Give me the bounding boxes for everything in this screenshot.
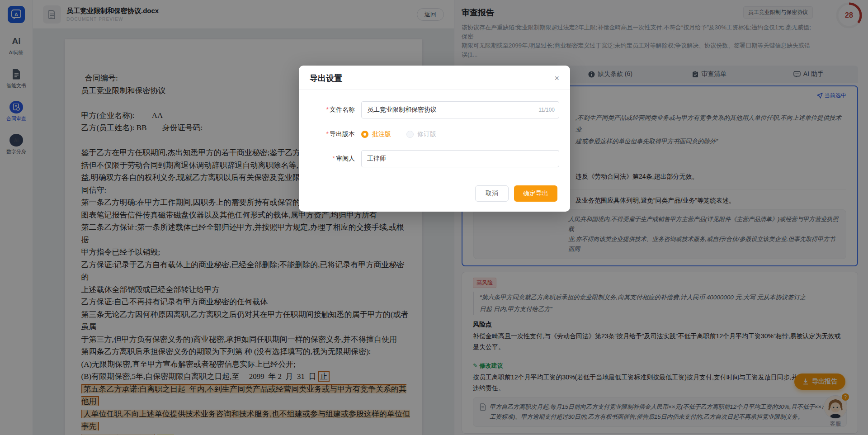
app-root: A Ai AI问答 智能文书 合同审查 AI 数字分身	[0, 0, 868, 435]
modal-title: 导出设置	[310, 73, 342, 84]
version-label: *导出版本	[310, 130, 355, 138]
confirm-export-button[interactable]: 确定导出	[514, 185, 557, 202]
modal-body: *文件名称 11/100 *导出版本 批注版 修订版	[299, 90, 570, 167]
modal-footer: 取消 确定导出	[299, 179, 570, 212]
modal-header: 导出设置 ×	[299, 66, 570, 90]
filename-label: *文件名称	[310, 106, 355, 114]
required-asterisk: *	[326, 106, 329, 113]
filename-input[interactable]	[361, 101, 559, 118]
required-asterisk: *	[333, 155, 335, 162]
reviewer-label: *审阅人	[310, 155, 355, 163]
radio-selected-icon	[361, 131, 368, 138]
radio-disabled-icon	[406, 131, 414, 138]
reviewer-input[interactable]	[361, 150, 559, 167]
export-settings-modal: 导出设置 × *文件名称 11/100 *导出版本 批注版	[299, 66, 570, 212]
close-icon[interactable]: ×	[554, 74, 559, 82]
cancel-button[interactable]: 取消	[475, 185, 509, 202]
export-version-row: *导出版本 批注版 修订版	[310, 130, 559, 138]
version-radio-group: 批注版 修订版	[361, 130, 436, 138]
filename-row: *文件名称 11/100	[310, 101, 559, 118]
char-counter: 11/100	[538, 101, 555, 118]
radio-revised-version[interactable]: 修订版	[406, 130, 436, 138]
reviewer-row: *审阅人	[310, 150, 559, 167]
radio-annotated-version[interactable]: 批注版	[361, 130, 391, 138]
required-asterisk: *	[326, 130, 329, 137]
